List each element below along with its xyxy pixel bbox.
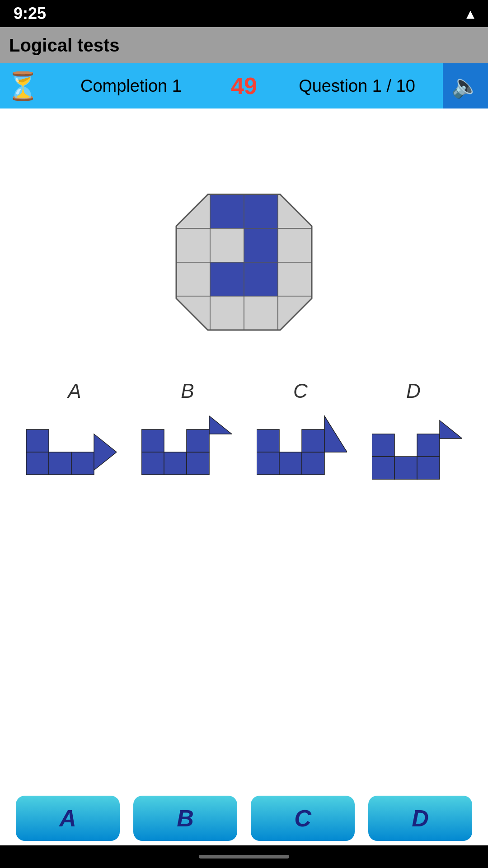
svg-rect-18	[26, 429, 49, 452]
svg-rect-19	[26, 452, 49, 475]
svg-rect-14	[210, 296, 244, 330]
svg-rect-35	[372, 434, 394, 457]
main-content: A B C D	[0, 108, 488, 823]
svg-marker-28	[209, 416, 232, 434]
nav-bar	[0, 845, 488, 868]
option-shape-d[interactable]	[367, 411, 467, 484]
option-b-svg	[141, 411, 232, 484]
svg-rect-13	[176, 296, 210, 330]
svg-rect-27	[187, 429, 209, 452]
svg-rect-8	[278, 228, 312, 262]
svg-rect-20	[49, 452, 71, 475]
svg-rect-25	[164, 452, 187, 475]
svg-rect-37	[394, 457, 417, 479]
option-shape-c[interactable]	[252, 411, 352, 484]
answer-buttons: A B C D	[0, 796, 488, 841]
puzzle-svg	[172, 190, 316, 335]
answer-btn-b[interactable]: B	[133, 796, 237, 841]
option-shapes-row	[14, 411, 474, 484]
svg-rect-24	[141, 452, 164, 475]
svg-rect-16	[278, 296, 312, 330]
svg-rect-29	[257, 429, 279, 452]
wifi-icon: ▴	[466, 4, 474, 23]
question-label: Question 1 / 10	[271, 76, 443, 96]
svg-rect-23	[141, 429, 164, 452]
option-shape-a[interactable]	[22, 411, 121, 484]
svg-rect-2	[210, 194, 244, 228]
svg-rect-26	[187, 452, 209, 475]
sound-button[interactable]: 🔈	[443, 63, 488, 108]
answer-btn-a[interactable]: A	[16, 796, 120, 841]
svg-marker-40	[440, 420, 462, 439]
svg-rect-5	[176, 228, 210, 262]
svg-marker-34	[324, 416, 347, 452]
option-d-svg	[372, 411, 462, 484]
svg-rect-10	[210, 262, 244, 296]
status-bar: 9:25 ▴	[0, 0, 488, 27]
status-time: 9:25	[14, 4, 46, 23]
sound-icon: 🔈	[451, 73, 479, 99]
option-a-svg	[26, 411, 117, 484]
app-title: Logical tests	[9, 35, 120, 56]
svg-rect-3	[244, 194, 278, 228]
svg-rect-15	[244, 296, 278, 330]
option-label-d: D	[364, 380, 463, 402]
svg-rect-30	[257, 452, 279, 475]
nav-indicator	[199, 855, 289, 859]
svg-rect-6	[210, 228, 244, 262]
option-shape-b[interactable]	[137, 411, 236, 484]
option-label-b: B	[138, 380, 237, 402]
header-bar: ⏳ Completion 1 49 Question 1 / 10 🔈	[0, 63, 488, 108]
svg-rect-31	[279, 452, 302, 475]
svg-rect-32	[302, 452, 324, 475]
svg-rect-9	[176, 262, 210, 296]
completion-label: Completion 1	[45, 76, 217, 96]
option-c-svg	[257, 411, 347, 484]
svg-marker-22	[94, 434, 117, 470]
hourglass-icon: ⏳	[6, 70, 40, 102]
option-label-a: A	[25, 380, 124, 402]
svg-rect-39	[417, 434, 440, 457]
svg-rect-7	[244, 228, 278, 262]
svg-rect-11	[244, 262, 278, 296]
hourglass-container: ⏳	[0, 63, 45, 108]
svg-rect-12	[278, 262, 312, 296]
puzzle-area	[172, 190, 316, 335]
answer-btn-d[interactable]: D	[368, 796, 472, 841]
svg-rect-38	[417, 457, 440, 479]
svg-rect-33	[302, 429, 324, 452]
svg-rect-36	[372, 457, 394, 479]
option-label-c: C	[251, 380, 350, 402]
option-labels-row: A B C D	[18, 380, 470, 402]
app-bar: Logical tests	[0, 27, 488, 63]
options-area: A B C D	[0, 380, 488, 484]
svg-rect-4	[278, 194, 312, 228]
svg-rect-21	[71, 452, 94, 475]
answer-btn-c[interactable]: C	[251, 796, 355, 841]
timer-count: 49	[217, 72, 271, 99]
